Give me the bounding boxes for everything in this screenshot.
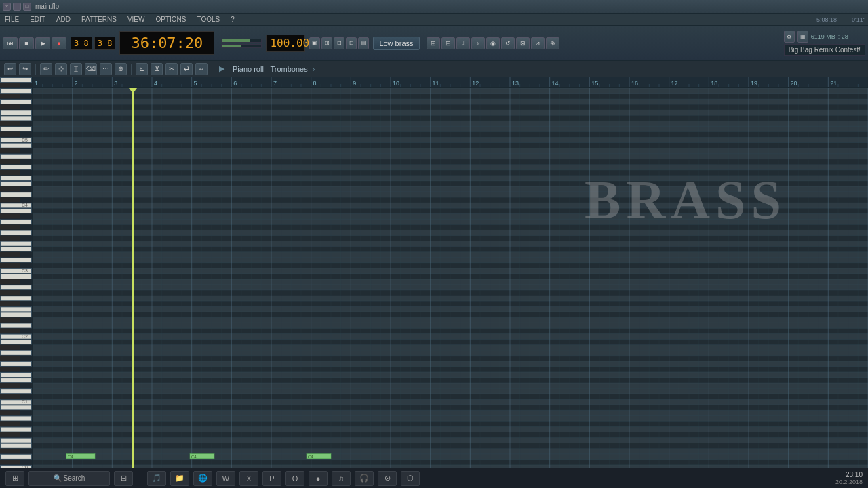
seg-display-right: 3 8 bbox=[94, 37, 116, 50]
menu-view[interactable]: VIEW bbox=[125, 15, 147, 24]
pencil-tool[interactable]: ✏ bbox=[40, 63, 52, 75]
cpu-btn[interactable]: ⚙ bbox=[784, 30, 795, 43]
toolbar: ↩ ↪ ✏ ⊹ ⌶ ⌫ ⋯ ⊕ ⊾ ⊻ ✂ ⇄ ↔ ▶ Piano roll -… bbox=[0, 61, 868, 77]
minimize-btn[interactable]: _ bbox=[13, 3, 21, 11]
taskbar-app3[interactable]: ⊙ bbox=[378, 471, 397, 486]
note-btn[interactable]: ♩ bbox=[456, 37, 470, 49]
system-clock: 23:10 20.2.2018 bbox=[835, 471, 863, 485]
menu-patterns[interactable]: PATTERNS bbox=[79, 15, 119, 24]
play-btn[interactable]: ▶ bbox=[35, 37, 50, 49]
mute-btn[interactable]: ◉ bbox=[486, 37, 500, 49]
taskbar-outlook[interactable]: O bbox=[285, 471, 304, 486]
magnet-tool[interactable]: ⊾ bbox=[136, 63, 148, 75]
taskbar-blender[interactable]: ⬡ bbox=[401, 471, 420, 486]
transport-tools: ▣ ⊞ ⊟ ⊡ ▤ bbox=[309, 37, 369, 49]
taskbar-folder[interactable]: 📁 bbox=[170, 471, 189, 486]
seg-display-left: 3 8 bbox=[71, 37, 92, 50]
transport-left-controls: ⏮ ■ ▶ ● bbox=[3, 37, 66, 49]
tool-5[interactable]: ▤ bbox=[358, 37, 369, 49]
menu-file[interactable]: FILE bbox=[3, 15, 21, 24]
stop-btn[interactable]: ■ bbox=[19, 37, 34, 49]
separator-2 bbox=[131, 64, 132, 75]
snap-btn[interactable]: ⊞ bbox=[427, 37, 440, 49]
search-btn[interactable]: 🔍 Search bbox=[28, 471, 110, 486]
mem-display: 6119 MB bbox=[811, 33, 835, 40]
title-text: main.flp bbox=[35, 3, 59, 10]
chop-tool[interactable]: ✂ bbox=[165, 63, 178, 75]
low-brass-button[interactable]: Low brass bbox=[373, 37, 419, 50]
taskbar-app2[interactable]: 🎧 bbox=[355, 471, 374, 486]
separator-1 bbox=[35, 64, 36, 75]
task-view-btn[interactable]: ⊟ bbox=[114, 471, 133, 486]
fill-tool[interactable]: ⋯ bbox=[100, 63, 112, 75]
reverse-tool[interactable]: ↔ bbox=[195, 63, 208, 75]
menu-edit[interactable]: EDIT bbox=[28, 15, 47, 24]
seg-displays: 3 8 3 8 bbox=[71, 37, 115, 50]
zoom-tool[interactable]: ⊕ bbox=[115, 63, 127, 75]
zoom-btn[interactable]: ⊕ bbox=[546, 37, 559, 49]
close-btn[interactable]: × bbox=[3, 3, 11, 11]
taskbar-app1[interactable]: ♫ bbox=[332, 471, 351, 486]
transport-bar: ⏮ ■ ▶ ● 3 8 3 8 36:07:20 100.000 ▣ ⊞ ⊟ ⊡… bbox=[0, 26, 868, 61]
menu-bar: FILE EDIT ADD PATTERNS VIEW OPTIONS TOOL… bbox=[0, 14, 868, 26]
tool-2[interactable]: ⊞ bbox=[321, 37, 332, 49]
piano-keys bbox=[0, 77, 33, 468]
time-left-display: 5:08:18 bbox=[816, 16, 837, 23]
maximize-btn[interactable]: □ bbox=[23, 3, 31, 11]
tool-3[interactable]: ⊟ bbox=[334, 37, 344, 49]
prev-btn[interactable]: ⏮ bbox=[3, 37, 18, 49]
loop-btn[interactable]: ↺ bbox=[501, 37, 515, 49]
fader-area bbox=[221, 39, 262, 48]
menu-help[interactable]: ? bbox=[229, 15, 237, 24]
taskbar-ppt[interactable]: P bbox=[262, 471, 281, 486]
quantize-tool[interactable]: ⊻ bbox=[151, 63, 163, 75]
tool-4[interactable]: ⊡ bbox=[346, 37, 357, 49]
menu-options[interactable]: OPTIONS bbox=[153, 15, 188, 24]
piano-roll-label: Piano roll - Trombones › bbox=[233, 65, 315, 73]
mem-btn[interactable]: ▦ bbox=[797, 30, 808, 43]
main-area: BRASS bbox=[0, 77, 868, 468]
taskbar-fl-studio[interactable]: 🎵 bbox=[147, 471, 166, 486]
redo-btn[interactable]: ↪ bbox=[19, 63, 31, 75]
taskbar: ⊞ 🔍 Search ⊟ 🎵 📁 🌐 W X P O ● ♫ 🎧 ⊙ ⬡ 23:… bbox=[0, 468, 868, 488]
taskbar-sep bbox=[140, 472, 140, 485]
taskbar-excel[interactable]: X bbox=[239, 471, 258, 486]
title-bar: × _ □ main.flp bbox=[0, 0, 868, 14]
select-tool[interactable]: ⊹ bbox=[55, 63, 67, 75]
cpu-display: : 28 bbox=[838, 33, 848, 40]
ruler bbox=[33, 77, 868, 88]
title-bar-icons: × _ □ bbox=[3, 3, 31, 11]
flip-btn[interactable]: ⊿ bbox=[531, 37, 545, 49]
right-info: ⚙ ▦ 6119 MB : 28 Big Bag Remix Contest! bbox=[784, 30, 865, 56]
record-btn[interactable]: ● bbox=[52, 37, 66, 49]
bpm-display[interactable]: 100.000 bbox=[266, 35, 305, 52]
separator-3 bbox=[212, 64, 212, 75]
nav-arrow: ▶ bbox=[219, 64, 224, 73]
undo-btn[interactable]: ↩ bbox=[4, 63, 16, 75]
transport-right-controls: ⊞ ⊟ ♩ ♪ ◉ ↺ ⊠ ⊿ ⊕ bbox=[427, 37, 559, 49]
start-button[interactable]: ⊞ bbox=[5, 471, 24, 486]
bpm-area: 100.000 bbox=[266, 35, 305, 52]
note-grid[interactable]: BRASS bbox=[33, 88, 868, 468]
taskbar-chrome[interactable]: ● bbox=[309, 471, 328, 486]
grid-btn[interactable]: ⊟ bbox=[441, 37, 455, 49]
tool-1[interactable]: ▣ bbox=[309, 37, 320, 49]
glue-btn[interactable]: ⊠ bbox=[516, 37, 530, 49]
flip-tool[interactable]: ⇄ bbox=[180, 63, 193, 75]
clock-time: 23:10 bbox=[846, 471, 863, 479]
menu-tools[interactable]: TOOLS bbox=[195, 15, 222, 24]
grid-area[interactable]: BRASS bbox=[33, 77, 868, 468]
breadcrumb-arrow: › bbox=[313, 65, 315, 73]
taskbar-browser[interactable]: 🌐 bbox=[193, 471, 212, 486]
time-display: 36:07:20 bbox=[119, 31, 214, 55]
brush-tool[interactable]: ⌶ bbox=[70, 63, 82, 75]
menu-add[interactable]: ADD bbox=[54, 15, 73, 24]
time-right-display: 0'11" bbox=[852, 16, 865, 23]
clock-date: 20.2.2018 bbox=[835, 479, 863, 485]
chord-btn[interactable]: ♪ bbox=[471, 37, 485, 49]
taskbar-word[interactable]: W bbox=[216, 471, 235, 486]
eraser-tool[interactable]: ⌫ bbox=[85, 63, 97, 75]
contest-label: Big Bag Remix Contest! bbox=[784, 44, 865, 56]
